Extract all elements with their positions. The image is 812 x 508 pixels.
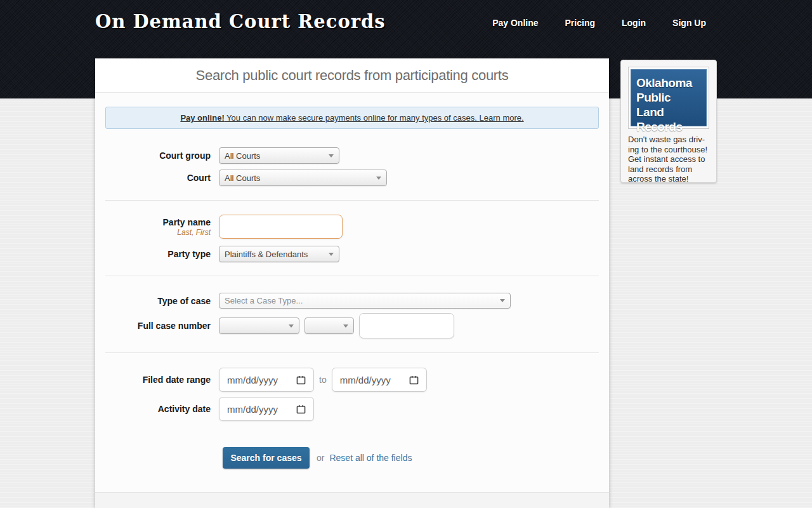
case-number-label: Full case number bbox=[95, 321, 211, 331]
party-name-hint: Last, First bbox=[95, 228, 211, 237]
activity-date-input[interactable]: mm/dd/yyyy bbox=[219, 397, 314, 421]
panel-title-bar: Search public court records from partici… bbox=[95, 58, 609, 93]
case-type-select[interactable]: Select a Case Type... bbox=[219, 293, 511, 309]
party-name-label: Party name bbox=[163, 217, 211, 227]
case-type-label: Type of case bbox=[95, 296, 211, 306]
page-title: Search public court records from partici… bbox=[196, 67, 509, 84]
nav-sign-up[interactable]: Sign Up bbox=[672, 18, 706, 28]
chevron-down-icon bbox=[289, 324, 294, 328]
land-records-ad[interactable]: Oklahoma Public Land Records bbox=[628, 67, 709, 129]
date-placeholder: mm/dd/yyyy bbox=[227, 375, 296, 385]
court-group-label: Court group bbox=[95, 150, 211, 161]
ad-title-line: Land Records bbox=[636, 105, 701, 134]
ad-copy-line: Get instant access to bbox=[628, 154, 709, 164]
case-number-year-select[interactable] bbox=[219, 318, 299, 334]
filed-date-to-input[interactable]: mm/dd/yyyy bbox=[332, 368, 427, 392]
banner-text: You can now make secure payments online … bbox=[225, 113, 480, 123]
date-to-label: to bbox=[319, 375, 327, 385]
ad-copy-line: Don't waste gas driv- bbox=[628, 135, 709, 145]
reset-fields-link[interactable]: Reset all of the fields bbox=[329, 453, 412, 463]
filed-date-range-label: Filed date range bbox=[95, 375, 211, 385]
sidebar-ad-card: Oklahoma Public Land Records Don't waste… bbox=[620, 60, 717, 183]
chevron-down-icon bbox=[500, 299, 505, 302]
date-placeholder: mm/dd/yyyy bbox=[227, 404, 296, 415]
ad-copy-line: across the state! bbox=[628, 174, 709, 184]
calendar-icon[interactable] bbox=[409, 375, 419, 385]
or-label: or bbox=[317, 453, 324, 463]
search-panel: Search public court records from partici… bbox=[95, 58, 609, 508]
ad-copy-line: land records from bbox=[628, 164, 709, 175]
court-label: Court bbox=[95, 173, 211, 183]
ad-copy-line: ing to the courthouse! bbox=[628, 145, 709, 155]
party-type-select[interactable]: Plaintiffs & Defendants bbox=[219, 246, 339, 262]
case-number-type-select[interactable] bbox=[304, 318, 354, 334]
site-logo[interactable]: On Demand Court Records bbox=[95, 11, 386, 32]
panel-footer bbox=[95, 492, 609, 508]
banner-learn-more-link[interactable]: Learn more. bbox=[480, 113, 524, 123]
court-select[interactable]: All Courts bbox=[219, 170, 387, 186]
chevron-down-icon bbox=[376, 177, 381, 180]
land-records-ad-image: Oklahoma Public Land Records bbox=[631, 69, 707, 126]
case-type-value: Select a Case Type... bbox=[225, 296, 496, 305]
party-name-label-block: Party name Last, First bbox=[95, 217, 211, 237]
party-name-input[interactable] bbox=[219, 215, 343, 239]
chevron-down-icon bbox=[329, 154, 334, 157]
pay-online-banner[interactable]: Pay online! You can now make secure paym… bbox=[105, 107, 599, 129]
filed-date-from-input[interactable]: mm/dd/yyyy bbox=[219, 368, 314, 392]
chevron-down-icon bbox=[343, 324, 348, 328]
activity-date-label: Activity date bbox=[95, 404, 211, 414]
section-divider bbox=[105, 352, 599, 353]
ad-copy-text: Don't waste gas driv- ing to the courtho… bbox=[628, 135, 709, 184]
party-type-label: Party type bbox=[95, 249, 211, 259]
ad-title-line: Public bbox=[636, 90, 701, 105]
ad-title-line: Oklahoma bbox=[636, 76, 701, 90]
calendar-icon[interactable] bbox=[296, 404, 306, 414]
case-number-input[interactable] bbox=[359, 313, 454, 338]
court-value: All Courts bbox=[225, 173, 372, 183]
nav-pay-online[interactable]: Pay Online bbox=[492, 18, 538, 28]
banner-bold-text: Pay online! bbox=[180, 113, 224, 123]
section-divider bbox=[105, 200, 599, 201]
calendar-icon[interactable] bbox=[296, 375, 306, 385]
main-nav: Pay Online Pricing Login Sign Up bbox=[492, 18, 706, 28]
court-group-select[interactable]: All Courts bbox=[219, 147, 339, 164]
date-placeholder: mm/dd/yyyy bbox=[340, 375, 409, 385]
nav-login[interactable]: Login bbox=[622, 18, 646, 28]
nav-pricing[interactable]: Pricing bbox=[565, 18, 595, 28]
chevron-down-icon bbox=[329, 253, 334, 256]
section-divider bbox=[105, 276, 599, 276]
court-group-value: All Courts bbox=[225, 151, 325, 161]
party-type-value: Plaintiffs & Defendants bbox=[225, 250, 325, 259]
search-for-cases-button[interactable]: Search for cases bbox=[223, 447, 310, 469]
